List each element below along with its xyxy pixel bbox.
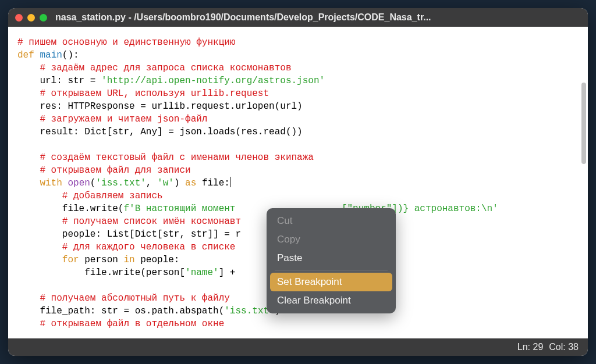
- code-comment: # открываем URL, используя urllib.reques…: [40, 88, 269, 99]
- statusbar: Ln: 29 Col: 38: [8, 338, 588, 356]
- code-punct: (: [90, 178, 96, 188]
- code-punct: ():: [62, 50, 79, 60]
- code-text: person: [79, 255, 124, 265]
- code-string: 'name': [185, 267, 219, 278]
- status-col: Col: 38: [549, 342, 579, 352]
- code-comment: # открываем файл для записи: [40, 165, 190, 176]
- code-keyword: for: [62, 255, 79, 265]
- code-punct: ,: [146, 178, 157, 188]
- code-text: file.write(person[: [84, 267, 185, 278]
- code-comment: # загружаем и читаем json-файл: [40, 114, 207, 124]
- code-text: result: Dict[str, Any] = json.loads(res.…: [40, 127, 302, 137]
- code-comment: # для каждого человека в списке: [62, 242, 236, 252]
- code-text: people: List[Dict[str, str]] = r: [62, 229, 241, 240]
- status-line: Ln: 29: [517, 342, 543, 352]
- maximize-icon[interactable]: [40, 14, 47, 22]
- code-string: f'В настоящий момент: [123, 204, 241, 214]
- minimize-icon[interactable]: [27, 14, 35, 22]
- traffic-lights: [15, 14, 47, 22]
- menu-cut[interactable]: Cut: [270, 212, 392, 230]
- code-comment: # получаем список имён космонавт: [62, 216, 241, 227]
- code-comment: # пишем основную и единственную функцию: [17, 37, 235, 48]
- window-title: nasa_station.py - /Users/boombro190/Docu…: [55, 12, 581, 23]
- menu-set-breakpoint[interactable]: Set Breakpoint: [270, 273, 392, 291]
- code-comment: # задаём адрес для запроса списка космон…: [40, 63, 291, 73]
- close-icon[interactable]: [15, 14, 23, 22]
- code-text: res: HTTPResponse = urllib.request.urlop…: [40, 101, 302, 112]
- code-punct: ): [174, 178, 185, 188]
- code-keyword: in: [123, 255, 134, 265]
- code-text: url: str =: [40, 76, 101, 86]
- code-funcname: main: [40, 50, 62, 60]
- code-text: people:: [135, 255, 180, 265]
- code-comment: # открываем файл в отдельном окне: [40, 319, 224, 329]
- context-menu: Cut Copy Paste Set Breakpoint Clear Brea…: [267, 208, 396, 313]
- code-string: 'w': [157, 178, 174, 188]
- menu-separator: [275, 270, 388, 270]
- menu-copy[interactable]: Copy: [270, 230, 392, 249]
- code-comment: # создаём текстовый файл с именами члено…: [40, 152, 313, 163]
- menu-clear-breakpoint[interactable]: Clear Breakpoint: [270, 291, 392, 310]
- code-keyword: as: [185, 178, 196, 188]
- code-string: 'iss.txt': [95, 178, 146, 188]
- text-cursor: [230, 177, 230, 187]
- code-keyword: with: [40, 178, 62, 188]
- code-comment: # добавляем запись: [62, 191, 163, 201]
- code-keyword: def: [17, 50, 34, 60]
- code-text: file_path: str = os.path.abspath(: [40, 306, 224, 316]
- titlebar: nasa_station.py - /Users/boombro190/Docu…: [8, 8, 588, 27]
- code-string: 'http://api.open-notify.org/astros.json': [101, 76, 325, 86]
- code-text: file:: [196, 178, 230, 188]
- code-comment: # получаем абсолютный путь к файлу: [40, 293, 229, 304]
- code-text: file.write(: [62, 204, 124, 214]
- code-builtin: open: [68, 178, 90, 188]
- vertical-scrollbar[interactable]: [581, 83, 586, 164]
- menu-paste[interactable]: Paste: [270, 249, 392, 267]
- code-string: астронавтов:\n': [409, 204, 498, 214]
- code-text: ] +: [219, 267, 241, 278]
